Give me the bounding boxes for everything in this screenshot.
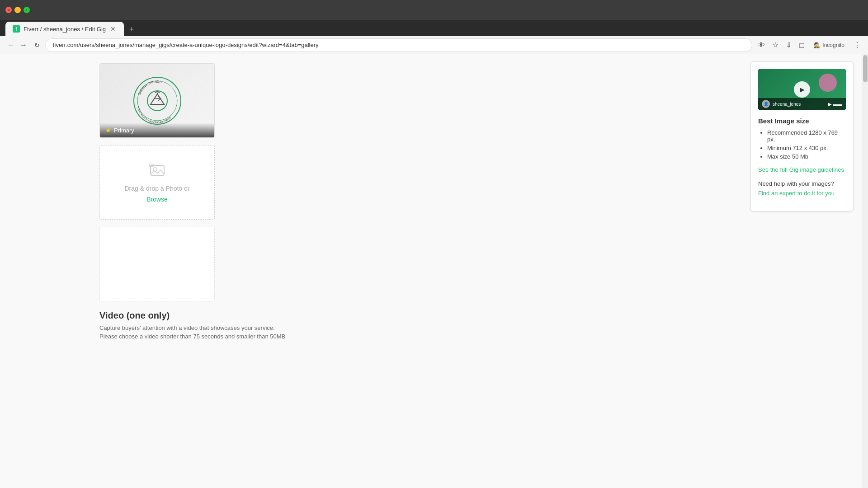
video-indicator: ▶ ▬▬: [828, 102, 842, 107]
video-section-title: Video (one only): [99, 310, 316, 321]
video-section-desc2: Please choose a video shorter than 75 se…: [99, 333, 316, 340]
tab-close-btn[interactable]: ✕: [109, 25, 117, 33]
upload-dropzone[interactable]: Drag & drop a Photo or Browse: [99, 145, 215, 220]
logo-svg: SHEENA TRENDS YOUR TRENDY AND FRIENDLY S…: [130, 74, 184, 128]
gallery-section: SHEENA TRENDS YOUR TRENDY AND FRIENDLY S…: [99, 54, 497, 351]
image-recommendations: Recommended 1280 x 769 px. Minimum 712 x…: [758, 129, 846, 160]
main-content: SHEENA TRENDS YOUR TRENDY AND FRIENDLY S…: [0, 54, 868, 488]
image-grid: SHEENA TRENDS YOUR TRENDY AND FRIENDLY S…: [99, 63, 316, 301]
omnibox-bar: ← → ↻ 👁 ☆ ⇓ ◻ 🕵 Incognito ⋮: [0, 36, 868, 54]
recommendation-2: Minimum 712 x 430 px.: [767, 145, 846, 151]
browser-chrome: ✕ − +: [0, 0, 868, 20]
video-preview: ▶ 👤 sheena_jones ▶ ▬▬: [758, 69, 846, 110]
reload-btn[interactable]: ↻: [33, 40, 42, 51]
fiverr-favicon: f: [13, 25, 20, 33]
guidelines-link[interactable]: See the full Gig image guidelines: [758, 166, 846, 173]
incognito-label: Incognito: [822, 42, 844, 48]
tab-bar: f Fiverr / sheena_jones / Edit Gig ✕ +: [0, 20, 868, 36]
video-section: Video (one only) Capture buyers' attenti…: [99, 310, 316, 340]
incognito-btn[interactable]: 🕵 Incognito: [810, 41, 848, 49]
empty-upload-slot[interactable]: [99, 227, 215, 301]
primary-badge: ★ Primary: [100, 123, 214, 137]
scrollbar-track: [862, 54, 868, 488]
incognito-icon: 🕵: [814, 42, 821, 48]
new-tab-btn[interactable]: +: [126, 23, 138, 36]
svg-marker-5: [151, 94, 164, 104]
url-input[interactable]: [45, 38, 752, 52]
menu-btn[interactable]: ⋮: [852, 39, 863, 51]
primary-label: Primary: [114, 127, 134, 134]
bookmark-btn[interactable]: ☆: [770, 39, 780, 51]
star-icon: ★: [105, 127, 111, 134]
video-username: sheena_jones: [773, 102, 801, 107]
recommendation-3: Max size 50 Mb: [767, 153, 846, 160]
play-button[interactable]: ▶: [794, 81, 810, 98]
info-sidebar: ▶ 👤 sheena_jones ▶ ▬▬ Best Image size Re…: [743, 54, 861, 219]
best-image-title: Best Image size: [758, 117, 846, 125]
upload-icon: [148, 162, 166, 181]
tab-title: Fiverr / sheena_jones / Edit Gig: [24, 26, 106, 33]
download-btn[interactable]: ⇓: [784, 39, 793, 51]
window-controls: ✕ − +: [5, 7, 30, 13]
back-btn[interactable]: ←: [5, 39, 16, 51]
extensions-btn[interactable]: ◻: [797, 39, 807, 51]
recommendation-1: Recommended 1280 x 769 px.: [767, 129, 846, 143]
expert-link[interactable]: Find an expert to do it for you: [758, 190, 846, 197]
page-content: SHEENA TRENDS YOUR TRENDY AND FRIENDLY S…: [0, 54, 497, 488]
primary-image-card: SHEENA TRENDS YOUR TRENDY AND FRIENDLY S…: [99, 63, 215, 138]
info-card: ▶ 👤 sheena_jones ▶ ▬▬ Best Image size Re…: [750, 61, 854, 211]
close-window-btn[interactable]: ✕: [5, 7, 12, 13]
minimize-window-btn[interactable]: −: [14, 7, 21, 13]
svg-point-0: [134, 77, 181, 124]
browser-actions: 👁 ☆ ⇓ ◻ 🕵 Incognito ⋮: [756, 39, 863, 51]
active-tab[interactable]: f Fiverr / sheena_jones / Edit Gig ✕: [5, 22, 124, 36]
forward-btn[interactable]: →: [18, 39, 29, 51]
video-thumb-bar: 👤 sheena_jones ▶ ▬▬: [758, 98, 846, 110]
reader-mode-btn[interactable]: 👁: [756, 39, 767, 51]
drag-drop-text: Drag & drop a Photo or: [125, 185, 190, 192]
browse-link[interactable]: Browse: [146, 196, 168, 203]
maximize-window-btn[interactable]: +: [24, 7, 30, 13]
scrollbar-thumb[interactable]: [863, 55, 868, 82]
help-text: Need help with your images?: [758, 180, 846, 187]
user-avatar: 👤: [762, 100, 770, 108]
video-section-desc1: Capture buyers' attention with a video t…: [99, 324, 316, 331]
svg-text:YOUR TRENDY AND FRIENDLY SHOP: YOUR TRENDY AND FRIENDLY SHOP: [137, 106, 172, 124]
nav-arrows: ← →: [5, 39, 29, 51]
